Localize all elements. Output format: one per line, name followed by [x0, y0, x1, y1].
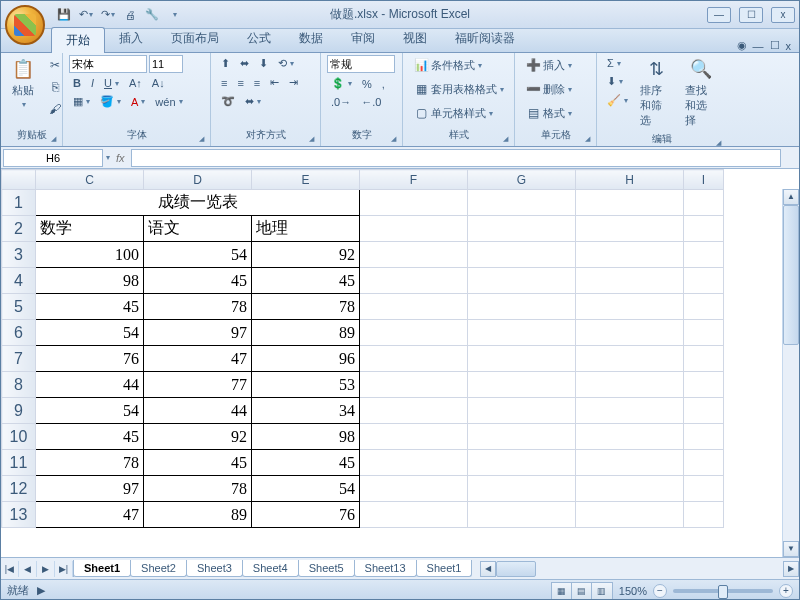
cell[interactable] — [360, 268, 468, 294]
cell-styles-button[interactable]: ▢单元格样式▾ — [409, 103, 497, 123]
normal-view-button[interactable]: ▦ — [552, 583, 572, 599]
tools-icon[interactable]: 🔧 — [143, 6, 161, 24]
increase-decimal-button[interactable]: .0→ — [327, 94, 355, 110]
zoom-out-button[interactable]: − — [653, 584, 667, 598]
orientation-button[interactable]: ⟲▾ — [274, 55, 298, 72]
currency-button[interactable]: 💲▾ — [327, 75, 356, 92]
percent-button[interactable]: % — [358, 76, 376, 92]
close-button[interactable]: x — [771, 7, 795, 23]
scroll-thumb[interactable] — [783, 205, 799, 345]
hscroll-thumb[interactable] — [496, 561, 536, 577]
cell[interactable] — [576, 320, 684, 346]
cell[interactable] — [684, 346, 724, 372]
wrap-text-button[interactable]: ➰ — [217, 93, 239, 110]
cell[interactable]: 78 — [144, 294, 252, 320]
cell[interactable] — [360, 216, 468, 242]
cell[interactable]: 45 — [252, 268, 360, 294]
decrease-decimal-button[interactable]: ←.0 — [357, 94, 385, 110]
align-center-button[interactable]: ≡ — [233, 75, 247, 91]
ribbon-minimize-icon[interactable]: — — [753, 40, 764, 52]
cell[interactable]: 89 — [144, 502, 252, 528]
ribbon-tab-5[interactable]: 审阅 — [337, 26, 389, 52]
cell[interactable] — [360, 502, 468, 528]
ribbon-tab-4[interactable]: 数据 — [285, 26, 337, 52]
cell[interactable]: 44 — [36, 372, 144, 398]
cell[interactable] — [360, 190, 468, 216]
prev-sheet-button[interactable]: ◀ — [19, 561, 37, 577]
cell[interactable] — [684, 216, 724, 242]
cell[interactable] — [684, 502, 724, 528]
column-header[interactable]: G — [468, 170, 576, 190]
sheet-tab[interactable]: Sheet2 — [130, 560, 187, 577]
insert-cells-button[interactable]: ➕插入▾ — [521, 55, 576, 75]
cell[interactable] — [684, 398, 724, 424]
fx-icon[interactable]: fx — [110, 152, 131, 164]
cell[interactable] — [576, 242, 684, 268]
undo-icon[interactable]: ↶▾ — [77, 6, 95, 24]
cell[interactable] — [684, 372, 724, 398]
help-icon[interactable]: ◉ — [737, 39, 747, 52]
cell[interactable] — [576, 450, 684, 476]
sheet-tab[interactable]: Sheet1 — [73, 560, 131, 577]
doc-restore-icon[interactable]: ☐ — [770, 39, 780, 52]
cell[interactable] — [360, 346, 468, 372]
ribbon-tab-1[interactable]: 插入 — [105, 26, 157, 52]
cell[interactable] — [684, 320, 724, 346]
fill-button[interactable]: ⬇▾ — [603, 73, 632, 90]
cell[interactable]: 地理 — [252, 216, 360, 242]
cell[interactable] — [468, 242, 576, 268]
zoom-level[interactable]: 150% — [619, 585, 647, 597]
cell[interactable] — [684, 450, 724, 476]
cell[interactable] — [468, 346, 576, 372]
macro-icon[interactable]: ▶ — [37, 584, 45, 597]
cell[interactable] — [468, 268, 576, 294]
font-size-select[interactable] — [149, 55, 183, 73]
cell[interactable] — [576, 372, 684, 398]
doc-close-icon[interactable]: x — [786, 40, 792, 52]
cell[interactable]: 54 — [36, 398, 144, 424]
align-left-button[interactable]: ≡ — [217, 75, 231, 91]
formula-bar[interactable] — [131, 149, 781, 167]
cell[interactable]: 98 — [36, 268, 144, 294]
cell[interactable] — [468, 372, 576, 398]
cell[interactable] — [360, 424, 468, 450]
cell[interactable]: 54 — [252, 476, 360, 502]
row-header[interactable]: 1 — [2, 190, 36, 216]
row-header[interactable]: 12 — [2, 476, 36, 502]
cell[interactable]: 45 — [36, 294, 144, 320]
office-button[interactable] — [5, 5, 45, 45]
scroll-down-icon[interactable]: ▼ — [783, 541, 799, 557]
cell[interactable]: 语文 — [144, 216, 252, 242]
cell[interactable] — [576, 424, 684, 450]
ribbon-tab-3[interactable]: 公式 — [233, 26, 285, 52]
cell[interactable]: 44 — [144, 398, 252, 424]
cell[interactable] — [360, 294, 468, 320]
cell[interactable]: 92 — [252, 242, 360, 268]
cell[interactable] — [576, 476, 684, 502]
last-sheet-button[interactable]: ▶| — [55, 561, 73, 577]
row-header[interactable]: 2 — [2, 216, 36, 242]
merge-center-button[interactable]: ⬌▾ — [241, 93, 265, 110]
cell[interactable] — [684, 294, 724, 320]
save-icon[interactable]: 💾 — [55, 6, 73, 24]
underline-button[interactable]: U▾ — [100, 75, 123, 91]
spreadsheet-grid[interactable]: CDEFGHI 1成绩一览表2数学语文地理3100549249845455457… — [1, 169, 724, 528]
cell[interactable] — [576, 346, 684, 372]
fill-color-button[interactable]: 🪣▾ — [96, 93, 125, 110]
sheet-tab[interactable]: Sheet13 — [354, 560, 417, 577]
sheet-tab[interactable]: Sheet4 — [242, 560, 299, 577]
align-bottom-button[interactable]: ⬇ — [255, 55, 272, 72]
cell[interactable] — [684, 190, 724, 216]
column-header[interactable]: C — [36, 170, 144, 190]
grow-font-button[interactable]: A↑ — [125, 75, 146, 91]
qat-more-icon[interactable]: ▾ — [166, 6, 184, 24]
next-sheet-button[interactable]: ▶ — [37, 561, 55, 577]
cell[interactable] — [468, 398, 576, 424]
sheet-tab[interactable]: Sheet3 — [186, 560, 243, 577]
clear-button[interactable]: 🧹▾ — [603, 92, 632, 109]
cell[interactable]: 77 — [144, 372, 252, 398]
row-header[interactable]: 9 — [2, 398, 36, 424]
cell[interactable]: 76 — [36, 346, 144, 372]
indent-decrease-button[interactable]: ⇤ — [266, 74, 283, 91]
cell[interactable]: 54 — [36, 320, 144, 346]
